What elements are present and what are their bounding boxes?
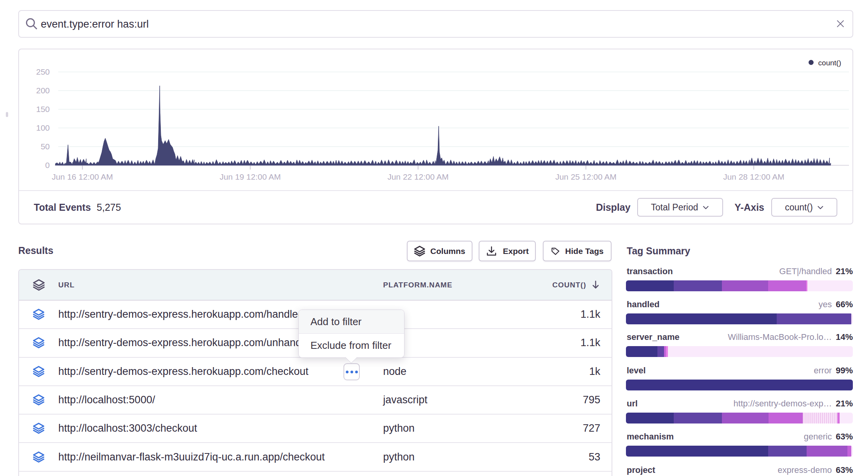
svg-text:150: 150 xyxy=(36,105,50,114)
svg-text:0: 0 xyxy=(45,161,50,170)
svg-text:100: 100 xyxy=(36,123,50,132)
svg-text:Jun 19 12:00 AM: Jun 19 12:00 AM xyxy=(220,172,281,181)
svg-text:Jun 25 12:00 AM: Jun 25 12:00 AM xyxy=(555,172,617,181)
svg-text:Jun 16 12:00 AM: Jun 16 12:00 AM xyxy=(52,172,113,181)
svg-text:Jun 28 12:00 AM: Jun 28 12:00 AM xyxy=(723,172,784,181)
svg-text:250: 250 xyxy=(36,67,50,76)
svg-text:50: 50 xyxy=(41,142,50,151)
svg-text:Jun 22 12:00 AM: Jun 22 12:00 AM xyxy=(387,172,449,181)
svg-text:200: 200 xyxy=(36,86,50,95)
